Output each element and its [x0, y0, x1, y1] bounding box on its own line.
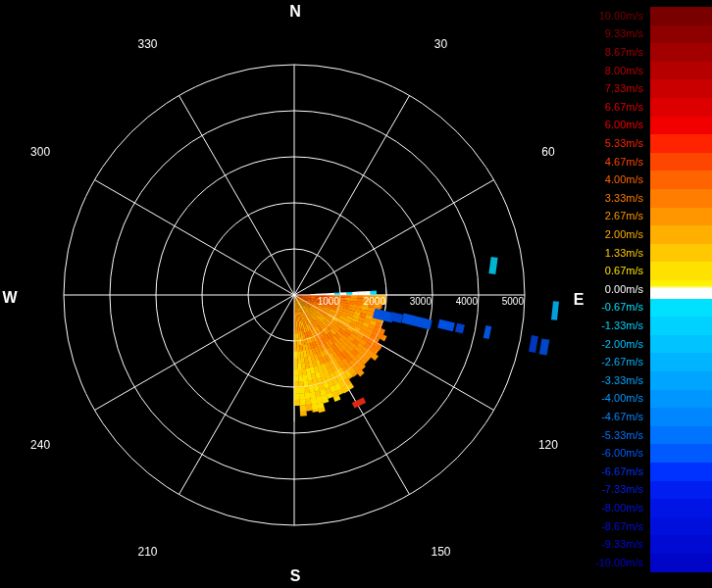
- colorbar-label-12: 2.00m/s: [565, 228, 643, 241]
- colorbar-label-5: 6.67m/s: [565, 101, 643, 114]
- colorbar-label-17: -1.33m/s: [565, 319, 643, 332]
- colorbar-band-6: [650, 117, 712, 135]
- colorbar-band-3: [650, 62, 712, 80]
- colorbar-band-30: [650, 554, 712, 572]
- colorbar-label-4: 7.33m/s: [565, 82, 643, 95]
- colorbar-label-0: 10.00m/s: [565, 10, 643, 23]
- colorbar-label-1: 9.33m/s: [565, 27, 643, 40]
- colorbar-band-4: [650, 79, 712, 98]
- colorbar-band-23: [650, 426, 712, 445]
- colorbar-band-27: [650, 499, 712, 517]
- colorbar-label-8: 4.67m/s: [565, 156, 643, 169]
- colorbar-band-8: [650, 153, 712, 172]
- colorbar-band-18: [650, 335, 712, 354]
- colorbar-band-10: [650, 189, 712, 208]
- colorbar-label-24: -6.00m/s: [565, 447, 643, 460]
- colorbar-band-28: [650, 517, 712, 536]
- colorbar-label-10: 3.33m/s: [565, 192, 643, 205]
- colorbar-label-30: -10.00m/s: [565, 557, 643, 569]
- colorbar-band-0: [650, 7, 712, 25]
- colorbar-band-17: [650, 317, 712, 335]
- colorbar-band-11: [650, 208, 712, 226]
- colorbar-label-23: -5.33m/s: [565, 429, 643, 442]
- colorbar-band-21: [650, 390, 712, 409]
- colorbar-label-18: -2.00m/s: [565, 338, 643, 351]
- colorbar-label-6: 6.00m/s: [565, 119, 643, 131]
- colorbar-label-2: 8.67m/s: [565, 46, 643, 59]
- colorbar-label-20: -3.33m/s: [565, 374, 643, 387]
- colorbar-label-21: -4.00m/s: [565, 392, 643, 405]
- colorbar-label-28: -8.67m/s: [565, 520, 643, 533]
- colorbar-label-16: -0.67m/s: [565, 301, 643, 314]
- colorbar-band-14: [650, 262, 712, 280]
- colorbar-label-25: -6.67m/s: [565, 466, 643, 478]
- colorbar-label-14: 0.67m/s: [565, 265, 643, 277]
- colorbar-band-26: [650, 481, 712, 500]
- colorbar-band-24: [650, 444, 712, 463]
- colorbar-band-2: [650, 43, 712, 62]
- colorbar-band-22: [650, 408, 712, 426]
- colorbar-band-15: [650, 280, 712, 299]
- colorbar-label-22: -4.67m/s: [565, 411, 643, 423]
- colorbar-band-9: [650, 171, 712, 189]
- colorbar-label-11: 2.67m/s: [565, 210, 643, 222]
- colorbar-band-1: [650, 25, 712, 44]
- colorbar-label-3: 8.00m/s: [565, 65, 643, 77]
- wind-ppi-display: NESW306012015021024030033010002000300040…: [0, 0, 712, 588]
- colorbar-band-13: [650, 244, 712, 263]
- colorbar-label-27: -8.00m/s: [565, 502, 643, 514]
- colorbar-legend: 10.00m/s9.33m/s8.67m/s8.00m/s7.33m/s6.67…: [0, 0, 712, 588]
- colorbar-band-25: [650, 463, 712, 481]
- colorbar-label-13: 1.33m/s: [565, 247, 643, 260]
- colorbar-band-12: [650, 225, 712, 244]
- colorbar-label-29: -9.33m/s: [565, 538, 643, 551]
- colorbar-band-7: [650, 134, 712, 153]
- colorbar-band-5: [650, 98, 712, 117]
- colorbar-band-19: [650, 353, 712, 371]
- colorbar-band-16: [650, 299, 712, 318]
- colorbar-label-26: -7.33m/s: [565, 483, 643, 496]
- colorbar-label-19: -2.67m/s: [565, 356, 643, 368]
- colorbar-band-20: [650, 371, 712, 390]
- colorbar-band-29: [650, 535, 712, 554]
- colorbar-label-15: 0.00m/s: [565, 283, 643, 296]
- colorbar-label-7: 5.33m/s: [565, 137, 643, 150]
- colorbar-label-9: 4.00m/s: [565, 173, 643, 186]
